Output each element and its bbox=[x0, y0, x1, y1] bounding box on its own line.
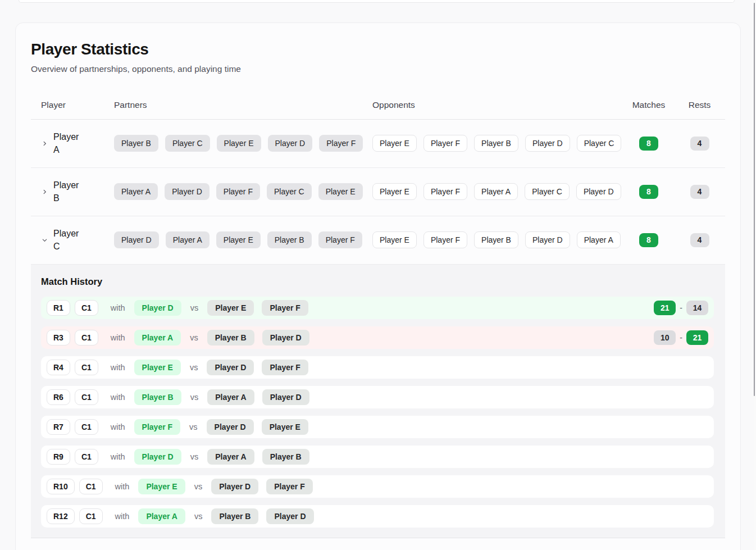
partner-chip: Player A bbox=[114, 183, 158, 200]
partner-chip: Player F bbox=[216, 183, 260, 200]
partner-chip: Player E bbox=[216, 231, 261, 248]
match-partner-chip: Player E bbox=[138, 479, 185, 494]
with-label: with bbox=[115, 512, 130, 521]
match-opponent-chip: Player F bbox=[266, 479, 312, 494]
court-badge: C1 bbox=[79, 508, 103, 524]
match-opponent-chip: Player B bbox=[211, 508, 258, 524]
partner-chip: Player E bbox=[217, 135, 261, 152]
round-badge: R1 bbox=[47, 300, 70, 316]
opponent-chip: Player E bbox=[372, 135, 417, 152]
match-opponent-chip: Player E bbox=[262, 419, 308, 435]
column-header-player: Player bbox=[31, 100, 114, 110]
partner-chip: Player D bbox=[114, 231, 159, 248]
vs-label: vs bbox=[190, 452, 199, 461]
column-header-matches: Matches bbox=[623, 100, 674, 110]
with-label: with bbox=[111, 363, 125, 372]
with-label: with bbox=[111, 303, 125, 312]
round-badge: R7 bbox=[47, 419, 70, 435]
match-row: R4 C1 with Player E vs Player D Player F bbox=[41, 356, 714, 379]
opponent-chip: Player F bbox=[423, 183, 467, 200]
rests-count-badge: 4 bbox=[690, 233, 709, 247]
match-opponent-chip: Player D bbox=[207, 419, 254, 435]
match-opponent-chip: Player E bbox=[207, 300, 254, 316]
match-row: R7 C1 with Player F vs Player D Player E bbox=[41, 416, 714, 438]
match-row: R10 C1 with Player E vs Player D Player … bbox=[41, 475, 714, 498]
matches-count-badge: 8 bbox=[639, 137, 658, 151]
score-badge-left: 21 bbox=[654, 301, 676, 315]
scrollbar-thumb[interactable] bbox=[754, 3, 755, 396]
opponent-chip: Player D bbox=[576, 183, 621, 200]
with-label: with bbox=[111, 452, 125, 461]
match-opponent-chip: Player D bbox=[262, 389, 309, 405]
partner-chip: Player B bbox=[114, 135, 158, 152]
chevron-right-icon[interactable] bbox=[41, 140, 48, 147]
round-badge: R12 bbox=[47, 508, 75, 524]
match-row: R1 C1 with Player D vs Player E Player F… bbox=[41, 297, 714, 319]
match-opponent-chip: Player F bbox=[262, 300, 308, 316]
page-title: Player Statistics bbox=[31, 40, 725, 59]
column-header-rests: Rests bbox=[674, 100, 725, 110]
opponent-chip: Player F bbox=[423, 231, 467, 248]
round-badge: R3 bbox=[47, 330, 70, 346]
player-row-a[interactable]: Player A Player B Player C Player E Play… bbox=[31, 120, 725, 168]
opponent-chip: Player D bbox=[525, 231, 570, 248]
player-row-b[interactable]: Player B Player A Player D Player F Play… bbox=[31, 168, 725, 216]
court-badge: C1 bbox=[75, 389, 98, 405]
match-opponent-chip: Player D bbox=[262, 330, 309, 346]
page-subtitle: Overview of partnerships, opponents, and… bbox=[31, 64, 725, 74]
with-label: with bbox=[111, 333, 125, 342]
match-opponent-chip: Player D bbox=[266, 508, 313, 524]
match-partner-chip: Player F bbox=[134, 419, 180, 435]
round-badge: R10 bbox=[47, 479, 75, 494]
vs-label: vs bbox=[194, 482, 203, 491]
opponent-chip: Player C bbox=[525, 183, 570, 200]
match-opponent-chip: Player A bbox=[207, 449, 254, 465]
partner-chip: Player B bbox=[267, 231, 312, 248]
match-partner-chip: Player D bbox=[134, 449, 181, 465]
player-name: Player C bbox=[53, 227, 85, 253]
partner-chip: Player A bbox=[166, 231, 210, 248]
with-label: with bbox=[115, 482, 130, 491]
opponent-chip: Player D bbox=[525, 135, 570, 152]
opponent-chip: Player C bbox=[577, 135, 622, 152]
match-opponent-chip: Player B bbox=[207, 330, 254, 346]
partner-chip: Player F bbox=[318, 231, 362, 248]
vs-label: vs bbox=[190, 393, 199, 402]
match-opponent-chip: Player F bbox=[262, 360, 308, 375]
match-partner-chip: Player A bbox=[134, 330, 181, 346]
rests-count-badge: 4 bbox=[690, 185, 709, 199]
match-row: R3 C1 with Player A vs Player B Player D… bbox=[41, 326, 714, 349]
column-header-partners: Partners bbox=[114, 100, 372, 110]
court-badge: C1 bbox=[75, 419, 98, 435]
player-stats-table: Player Partners Opponents Matches Rests … bbox=[31, 92, 725, 538]
rests-count-badge: 4 bbox=[690, 137, 709, 151]
match-history-title: Match History bbox=[41, 276, 714, 287]
match-opponent-chip: Player D bbox=[207, 360, 254, 375]
opponent-chip: Player A bbox=[474, 183, 518, 200]
match-opponent-chip: Player B bbox=[262, 449, 309, 465]
matches-count-badge: 8 bbox=[639, 185, 658, 199]
match-row: R6 C1 with Player B vs Player A Player D bbox=[41, 386, 714, 408]
player-row-c[interactable]: Player C Player D Player A Player E Play… bbox=[31, 216, 725, 265]
court-badge: C1 bbox=[79, 479, 103, 494]
player-name: Player B bbox=[53, 179, 85, 204]
court-badge: C1 bbox=[75, 330, 98, 346]
vs-label: vs bbox=[190, 303, 199, 312]
opponent-chip: Player B bbox=[474, 231, 518, 248]
partner-chip: Player C bbox=[267, 183, 312, 200]
chevron-down-icon[interactable] bbox=[41, 237, 48, 243]
match-partner-chip: Player B bbox=[134, 389, 181, 405]
with-label: with bbox=[111, 393, 125, 402]
match-opponent-chip: Player A bbox=[207, 389, 254, 405]
score-badge-right: 21 bbox=[686, 330, 708, 345]
vs-label: vs bbox=[190, 363, 198, 372]
player-name: Player A bbox=[53, 130, 85, 156]
round-badge: R9 bbox=[47, 449, 70, 465]
court-badge: C1 bbox=[75, 360, 98, 375]
partner-chip: Player F bbox=[319, 135, 363, 152]
match-partner-chip: Player A bbox=[138, 508, 185, 524]
column-header-opponents: Opponents bbox=[372, 100, 623, 110]
scrollbar-track[interactable] bbox=[754, 0, 756, 550]
chevron-right-icon[interactable] bbox=[41, 188, 48, 195]
court-badge: C1 bbox=[75, 300, 98, 316]
